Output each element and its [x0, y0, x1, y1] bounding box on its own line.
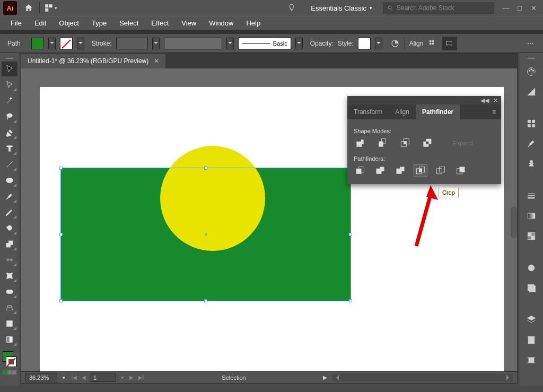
- merge-button[interactable]: [394, 165, 407, 177]
- rotate-tool[interactable]: [2, 221, 17, 236]
- selection-tool[interactable]: [2, 62, 17, 76]
- shape-builder-tool[interactable]: [2, 284, 17, 299]
- stock-search-input[interactable]: Search Adobe Stock: [383, 2, 494, 14]
- panel-collapse-icon[interactable]: ◀◀: [480, 97, 489, 104]
- zoom-level[interactable]: 36.23%: [25, 373, 57, 382]
- rail-collapse-icon[interactable]: [523, 55, 539, 60]
- appearance-panel-icon[interactable]: [522, 259, 541, 277]
- prev-artboard-icon[interactable]: ◀: [80, 374, 87, 381]
- stroke-profile-select[interactable]: [164, 38, 222, 49]
- discover-icon[interactable]: [287, 3, 296, 13]
- free-transform-tool[interactable]: [2, 268, 17, 283]
- intersect-button[interactable]: [398, 137, 411, 149]
- exclude-button[interactable]: [421, 137, 433, 149]
- menu-effect[interactable]: Effect: [146, 18, 174, 29]
- panel-header[interactable]: ◀◀ ✕: [347, 96, 501, 104]
- minus-front-button[interactable]: [376, 137, 389, 149]
- maximize-button[interactable]: □: [513, 3, 526, 13]
- direct-selection-tool[interactable]: [2, 77, 17, 92]
- menu-edit[interactable]: Edit: [29, 18, 51, 29]
- scale-tool[interactable]: [2, 237, 17, 251]
- color-mode-icons[interactable]: [2, 370, 17, 374]
- recolor-icon[interactable]: [390, 38, 400, 49]
- magic-wand-tool[interactable]: [2, 93, 17, 108]
- asset-export-panel-icon[interactable]: [522, 331, 541, 349]
- close-tab-icon[interactable]: ✕: [154, 57, 159, 65]
- arrange-documents-button[interactable]: ▾: [43, 1, 58, 15]
- color-panel-icon[interactable]: [522, 63, 541, 81]
- transparency-panel-icon[interactable]: [522, 227, 541, 245]
- artboard-number[interactable]: 1: [90, 373, 116, 382]
- artboard-dropdown-icon[interactable]: ▾: [118, 374, 126, 381]
- fill-swatch[interactable]: [31, 38, 44, 49]
- next-artboard-icon[interactable]: ▶: [128, 374, 135, 381]
- lasso-tool[interactable]: [2, 109, 17, 124]
- stroke-dropdown[interactable]: [77, 38, 84, 49]
- unite-button[interactable]: [354, 137, 366, 149]
- brushes-panel-icon[interactable]: [522, 135, 541, 153]
- home-button[interactable]: [21, 1, 36, 15]
- artboards-panel-icon[interactable]: [522, 351, 541, 369]
- close-button[interactable]: ✕: [527, 3, 540, 13]
- layers-panel-icon[interactable]: [522, 311, 541, 329]
- menu-object[interactable]: Object: [54, 18, 84, 29]
- stroke-profile-dropdown[interactable]: [226, 38, 234, 49]
- panel-close-icon[interactable]: ✕: [493, 97, 498, 104]
- panel-menu-icon[interactable]: ≡: [487, 108, 501, 116]
- toolbar-collapse-icon[interactable]: [2, 55, 17, 60]
- fill-dropdown[interactable]: [48, 38, 56, 49]
- workspace-switcher[interactable]: Essentials Classic ▾: [305, 2, 378, 14]
- align-panel-icon[interactable]: [427, 38, 438, 49]
- brush-dropdown[interactable]: [295, 38, 303, 49]
- horizontal-scrollbar[interactable]: [332, 374, 513, 381]
- crop-button[interactable]: [414, 165, 427, 177]
- stroke-weight-select[interactable]: [116, 38, 148, 49]
- last-artboard-icon[interactable]: ▶I: [137, 374, 145, 381]
- minimize-button[interactable]: —: [500, 3, 512, 13]
- menu-help[interactable]: Help: [241, 18, 266, 29]
- pen-tool[interactable]: [2, 125, 17, 140]
- pencil-tool[interactable]: [2, 205, 17, 220]
- tab-align[interactable]: Align: [389, 104, 416, 119]
- fill-stroke-swatches[interactable]: [2, 350, 17, 368]
- stroke-weight-dropdown[interactable]: [152, 38, 160, 49]
- width-tool[interactable]: [2, 252, 17, 267]
- menu-file[interactable]: File: [5, 18, 27, 29]
- canvas-area[interactable]: ◀◀ ✕ Transform Align Pathfinder ≡ Shape …: [21, 68, 517, 371]
- graphic-styles-panel-icon[interactable]: [522, 279, 541, 297]
- perspective-grid-tool[interactable]: [2, 300, 17, 315]
- gradient-tool[interactable]: [2, 332, 17, 347]
- first-artboard-icon[interactable]: I◀: [71, 374, 78, 381]
- document-tab[interactable]: Untitled-1* @ 36.23% (RGB/GPU Preview) ✕: [21, 54, 165, 68]
- tab-pathfinder[interactable]: Pathfinder: [416, 104, 460, 119]
- tab-transform[interactable]: Transform: [347, 104, 389, 119]
- stroke-panel-icon[interactable]: [522, 187, 541, 205]
- gradient-panel-icon[interactable]: [522, 207, 541, 225]
- symbols-panel-icon[interactable]: [522, 155, 541, 173]
- line-tool[interactable]: [2, 157, 17, 172]
- menu-window[interactable]: Window: [204, 18, 239, 29]
- divide-button[interactable]: [354, 165, 366, 177]
- style-dropdown[interactable]: [375, 38, 382, 49]
- paintbrush-tool[interactable]: [2, 189, 17, 204]
- menu-type[interactable]: Type: [86, 18, 112, 29]
- transform-panel-button[interactable]: [442, 37, 457, 50]
- menu-view[interactable]: View: [176, 18, 202, 29]
- outline-button[interactable]: [434, 165, 447, 177]
- trim-button[interactable]: [374, 165, 387, 177]
- ellipse-tool[interactable]: [2, 173, 17, 188]
- swatches-panel-icon[interactable]: [522, 115, 541, 133]
- brush-definition-select[interactable]: Basic: [238, 38, 291, 49]
- style-swatch[interactable]: [358, 38, 371, 49]
- minus-back-button[interactable]: [454, 165, 467, 177]
- expand-button[interactable]: Expand: [443, 137, 483, 149]
- mesh-tool[interactable]: [2, 316, 17, 331]
- vertical-scrollbar[interactable]: [511, 206, 517, 238]
- stroke-swatch[interactable]: [60, 38, 73, 49]
- color-guide-panel-icon[interactable]: [522, 83, 541, 101]
- type-tool[interactable]: [2, 141, 17, 156]
- zoom-dropdown-icon[interactable]: ▾: [63, 375, 65, 380]
- menu-select[interactable]: Select: [114, 18, 144, 29]
- status-play-icon[interactable]: ▶: [323, 374, 327, 380]
- more-options-icon[interactable]: [525, 38, 536, 49]
